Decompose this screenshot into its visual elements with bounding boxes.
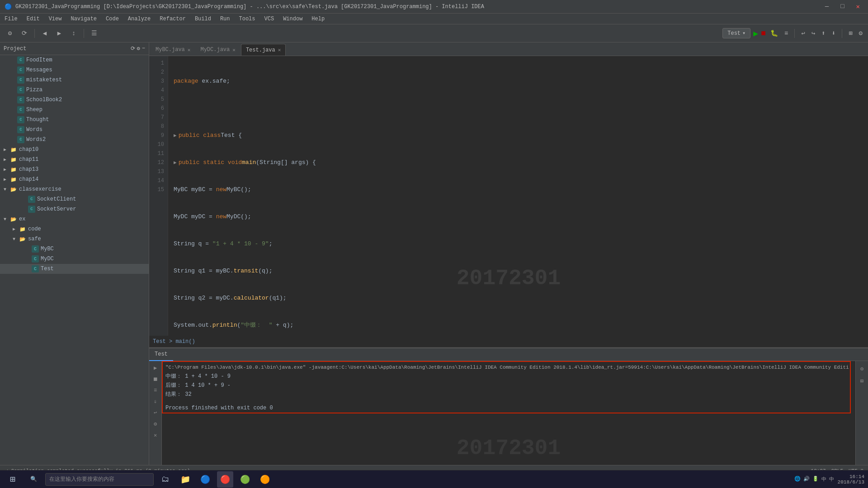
- tab-close-test[interactable]: ✕: [278, 47, 281, 53]
- tab-close-mydc[interactable]: ✕: [232, 47, 236, 53]
- sidebar-item-sheep[interactable]: C Sheep: [0, 105, 149, 115]
- wrap-icon[interactable]: ↩: [152, 408, 159, 418]
- commit-button[interactable]: ⬆: [820, 28, 827, 39]
- sidebar-item-chap14[interactable]: ▶ 📁 chap14: [0, 174, 149, 184]
- sync-icon[interactable]: ⟳: [131, 45, 135, 52]
- sidebar-item-mydc[interactable]: C MyDC: [0, 254, 149, 264]
- item-label: chap14: [19, 176, 38, 183]
- toolbar-btn-3[interactable]: ◀: [38, 27, 51, 40]
- taskbar-app3[interactable]: 🔴: [217, 471, 233, 488]
- menu-help[interactable]: Help: [307, 15, 329, 23]
- toolbar-btn-2[interactable]: ⟳: [18, 27, 31, 40]
- sidebar-item-pizza[interactable]: C Pizza: [0, 85, 149, 95]
- collapse-icon[interactable]: −: [142, 45, 145, 52]
- forward-button[interactable]: ↪: [810, 28, 817, 39]
- menu-refactor[interactable]: Refactor: [155, 15, 190, 23]
- sidebar-item-socketclient[interactable]: C SocketClient: [0, 194, 149, 204]
- sidebar-item-fooditem[interactable]: C FoodItem: [0, 55, 149, 65]
- tab-test[interactable]: Test.java ✕: [241, 44, 286, 56]
- menu-build[interactable]: Build: [190, 15, 216, 23]
- sidebar-item-mistaketest[interactable]: C mistaketest: [0, 75, 149, 85]
- sidebar-item-words[interactable]: C Words: [0, 125, 149, 135]
- taskbar-search[interactable]: 在这里输入你要搜索的内容: [45, 473, 154, 486]
- start-button[interactable]: ⊞: [4, 470, 22, 488]
- sidebar-item-thought[interactable]: C Thought: [0, 115, 149, 125]
- taskbar-app5[interactable]: 🟠: [257, 471, 273, 488]
- menu-navigate[interactable]: Navigate: [66, 15, 101, 23]
- item-label: Words2: [26, 136, 46, 143]
- toolbar-separator-2: [84, 29, 84, 38]
- filter-icon[interactable]: ≡: [152, 385, 159, 395]
- rollback-button[interactable]: ↩: [799, 28, 807, 39]
- settings2-icon[interactable]: ⚙: [859, 364, 865, 374]
- sidebar-item-safe[interactable]: ▼ 📂 safe: [0, 234, 149, 244]
- class-icon: C: [28, 196, 35, 203]
- code-content[interactable]: package ex.safe; ▶public class Test { ▶ …: [168, 56, 868, 336]
- sidebar-item-chap11[interactable]: ▶ 📁 chap11: [0, 155, 149, 164]
- run-icon[interactable]: ▶: [152, 363, 159, 373]
- sidebar-item-chap13[interactable]: ▶ 📁 chap13: [0, 164, 149, 174]
- sidebar-item-chap10[interactable]: ▶ 📁 chap10: [0, 145, 149, 155]
- sidebar-item-words2[interactable]: C Words2: [0, 135, 149, 145]
- maximize-button[interactable]: □: [837, 2, 848, 11]
- tab-mydc[interactable]: MyDC.java ✕: [196, 44, 240, 56]
- settings-gear[interactable]: ⚙: [857, 28, 864, 39]
- menu-file[interactable]: File: [0, 15, 22, 23]
- arrow-down: ▼: [4, 217, 10, 222]
- taskbar-app1[interactable]: 📁: [177, 471, 193, 488]
- menu-vcs[interactable]: VCS: [260, 15, 279, 23]
- sidebar-item-mybc[interactable]: C MyBC: [0, 244, 149, 254]
- sidebar-item-ex[interactable]: ▼ 📂 ex: [0, 214, 149, 224]
- tab-label: MyDC.java: [200, 47, 230, 53]
- class-icon: C: [17, 116, 24, 123]
- settings-icon[interactable]: ⚙: [152, 419, 159, 429]
- taskbar-app2[interactable]: 🔵: [197, 471, 213, 488]
- toolbar-btn-1[interactable]: ⚙: [4, 27, 16, 40]
- close2-icon[interactable]: ✕: [152, 430, 159, 441]
- update-button[interactable]: ⬇: [830, 28, 837, 39]
- item-label: chap11: [19, 156, 38, 163]
- volume-icon: 🔊: [803, 476, 810, 483]
- taskbar-clock: 16:14 2018/6/13: [838, 474, 864, 485]
- tab-mybc[interactable]: MyBC.java ✕: [151, 44, 195, 56]
- menu-view[interactable]: View: [44, 15, 66, 23]
- layout-button[interactable]: ⊞: [847, 28, 854, 39]
- code-editor[interactable]: 1 2 3 4 5 6 7 8 9 10 11 12 13 14 15 pack…: [149, 56, 868, 336]
- menu-code[interactable]: Code: [101, 15, 123, 23]
- gear-icon[interactable]: ⚙: [137, 45, 140, 52]
- tab-close-mybc[interactable]: ✕: [188, 47, 191, 53]
- menu-window[interactable]: Window: [278, 15, 307, 23]
- sidebar-item-code[interactable]: ▶ 📁 code: [0, 224, 149, 234]
- dropdown-icon: ▾: [742, 30, 745, 37]
- minimize-button[interactable]: —: [821, 2, 832, 11]
- sidebar-item-socketserver[interactable]: C SocketServer: [0, 204, 149, 214]
- taskbar-explorer[interactable]: 🗂: [157, 471, 174, 488]
- run-button[interactable]: ▶: [753, 28, 758, 38]
- sidebar-item-classexercise[interactable]: ▼ 📂 classexercise: [0, 184, 149, 194]
- expand-icon[interactable]: ⊞: [859, 376, 865, 386]
- search-button[interactable]: 🔍: [25, 471, 42, 488]
- coverage-button[interactable]: ≡: [783, 28, 790, 39]
- menu-tools[interactable]: Tools: [235, 15, 260, 23]
- sidebar-item-schoolbook2[interactable]: C SchoolBook2: [0, 95, 149, 105]
- sidebar-item-test[interactable]: C Test: [0, 264, 149, 274]
- stop-icon[interactable]: ⏹: [151, 374, 160, 385]
- sidebar-item-messages[interactable]: C Messages: [0, 65, 149, 75]
- menu-run[interactable]: Run: [216, 15, 235, 23]
- stop-button[interactable]: ■: [761, 29, 766, 38]
- menu-analyze[interactable]: Analyze: [123, 15, 155, 23]
- taskbar-app4[interactable]: 🟢: [237, 471, 253, 488]
- item-label: classexercise: [19, 186, 61, 192]
- toolbar-btn-5[interactable]: ↕: [67, 27, 80, 40]
- run-config-selector[interactable]: Test ▾: [722, 28, 750, 38]
- menu-edit[interactable]: Edit: [22, 15, 44, 23]
- bottom-tab-test[interactable]: Test: [149, 348, 173, 361]
- app-icon: 🔵: [5, 3, 12, 10]
- window-title: GK20172301_JavaProgramming [D:\IdeaProje…: [15, 4, 484, 10]
- toolbar-btn-6[interactable]: ☰: [88, 27, 100, 40]
- item-label: Words: [26, 127, 42, 133]
- toolbar-btn-4[interactable]: ▶: [53, 27, 66, 40]
- close-button[interactable]: ✕: [853, 2, 863, 11]
- debug-button[interactable]: 🐛: [769, 28, 780, 39]
- scroll-icon[interactable]: ⇓: [152, 396, 159, 407]
